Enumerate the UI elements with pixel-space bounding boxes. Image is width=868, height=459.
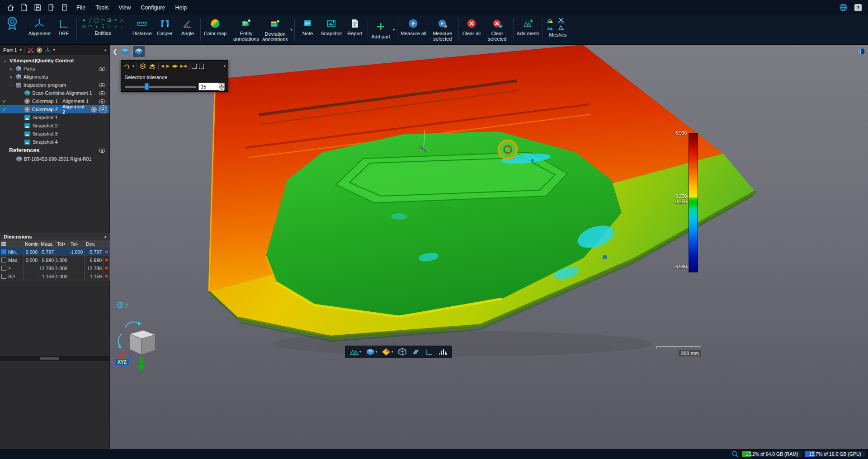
tree-item-parts[interactable]: Parts	[0, 65, 109, 73]
tree-item-snapshot-2[interactable]: Snapshot 2	[0, 122, 109, 130]
entity-sphere-icon[interactable]	[94, 23, 99, 29]
tree-item-scan-combine[interactable]: Scan Combine Alignment 1	[0, 89, 109, 97]
visibility-eye-icon[interactable]	[99, 149, 105, 153]
save-icon[interactable]	[31, 2, 44, 14]
mesh-display-button[interactable]	[349, 348, 361, 356]
toolbar-button-deviation-annotations[interactable]: Deviation annotations	[260, 16, 293, 43]
toolbar-button-add-part[interactable]: Add part	[369, 16, 396, 43]
tree-item-colormap-1[interactable]: Colormap 1 Alignment 1	[0, 97, 109, 105]
entity-line-icon[interactable]	[87, 17, 93, 23]
colormap-display-button[interactable]	[382, 348, 393, 356]
spin-down-icon[interactable]	[219, 87, 224, 91]
scrollbar-thumb[interactable]	[40, 357, 59, 360]
select-all-icon[interactable]	[192, 64, 197, 69]
bounding-box-button[interactable]	[398, 348, 407, 356]
entity-plane-icon[interactable]	[113, 23, 118, 29]
toolbar-button-color-map[interactable]: Color map	[202, 16, 229, 43]
toolbar-button-angle[interactable]: Angle	[176, 16, 199, 43]
menu-file[interactable]: File	[71, 0, 90, 15]
more-selection-options-icon[interactable]	[224, 64, 226, 68]
entity-cylinder-icon[interactable]	[81, 23, 87, 29]
tree-item-alignments[interactable]: Alignments	[0, 73, 109, 81]
tab-view-2[interactable]	[132, 46, 145, 57]
collapse-panel-icon[interactable]	[104, 48, 106, 52]
select-none-icon[interactable]	[199, 64, 204, 69]
toolbar-button-alignment[interactable]: Alignment	[27, 16, 52, 43]
horizontal-scrollbar[interactable]	[0, 356, 110, 361]
menu-configure[interactable]: Configure	[136, 0, 170, 15]
select-visible-icon[interactable]	[149, 63, 156, 69]
column-header[interactable]: Meas.	[39, 240, 56, 248]
menu-tools[interactable]: Tools	[90, 0, 113, 15]
entity-point-cloud-icon[interactable]	[100, 23, 106, 29]
column-header[interactable]: Tol-	[69, 240, 85, 248]
column-header[interactable]: Nomin	[24, 240, 39, 248]
colormap-tool-icon[interactable]	[37, 47, 42, 53]
tree-item-snapshot-1[interactable]: Snapshot 1	[0, 113, 109, 122]
clipping-plane-button[interactable]	[411, 348, 420, 356]
import-session-icon[interactable]	[44, 2, 58, 14]
toolbar-button-add-mesh[interactable]: Add mesh	[515, 16, 541, 43]
chevron-down-icon[interactable]	[392, 350, 393, 354]
expander-icon[interactable]	[9, 83, 14, 87]
new-document-icon[interactable]	[17, 2, 31, 14]
collapse-right-panel-icon[interactable]	[858, 47, 866, 57]
row-checkbox[interactable]	[1, 258, 6, 262]
toolbar-button-clear-selected[interactable]: Clear selected	[483, 16, 512, 43]
entity-cone-icon[interactable]	[119, 17, 125, 23]
entity-surface-icon[interactable]	[113, 17, 118, 23]
view-help-icon[interactable]: ?	[116, 299, 129, 311]
menu-help[interactable]: Help	[170, 0, 192, 15]
tree-item-reference-part[interactable]: BT-105452-999-2501 Right-R01	[0, 155, 109, 163]
improve-mesh-icon[interactable]	[547, 17, 553, 23]
alignment-tool-icon[interactable]	[45, 47, 51, 53]
zoom-icon[interactable]	[731, 450, 739, 458]
select-expand-icon[interactable]	[172, 64, 178, 68]
entity-ellipse-icon[interactable]	[119, 23, 125, 29]
toolbar-button-caliper[interactable]: Caliper	[154, 16, 176, 43]
delete-part-icon[interactable]	[28, 47, 34, 53]
select-through-icon[interactable]	[139, 63, 146, 69]
visibility-eye-icon[interactable]	[99, 83, 105, 87]
toolbar-button-note[interactable]: Note	[296, 16, 319, 43]
selection-mode-dropdown-icon[interactable]	[132, 64, 134, 68]
expander-icon[interactable]	[9, 67, 14, 71]
entity-circle-icon[interactable]	[94, 17, 99, 23]
tools-dropdown-icon[interactable]	[53, 48, 55, 52]
toolbar-button-distance[interactable]: Distance	[131, 16, 154, 43]
table-row[interactable]: Min. 0.000 -5.797 -1.000 -5.797	[0, 248, 110, 256]
export-session-icon[interactable]	[58, 2, 71, 14]
cut-mesh-scissors-icon[interactable]	[558, 17, 565, 23]
help-icon[interactable]	[854, 4, 862, 11]
toolbar-button-drf[interactable]: DRF	[52, 16, 75, 43]
toolbar-button-snapshot[interactable]: Snapshot	[319, 16, 343, 43]
add-part-dropdown-icon[interactable]	[392, 28, 396, 32]
toolbar-button-report[interactable]: Report	[344, 16, 366, 43]
menu-view[interactable]: View	[113, 0, 136, 15]
select-shrink-icon[interactable]	[180, 64, 187, 68]
tree-references-header[interactable]: References	[0, 146, 109, 155]
3d-viewport[interactable]: Selection tolerance 6.990 0.250 -0.250 -…	[110, 45, 868, 449]
tolerance-slider-track[interactable]	[125, 86, 196, 88]
lasso-selection-icon[interactable]	[123, 63, 130, 70]
part-selector-dropdown-icon[interactable]	[20, 48, 22, 52]
collapse-left-icon[interactable]	[113, 48, 118, 55]
entity-rectangle-icon[interactable]	[100, 17, 106, 23]
spin-up-icon[interactable]	[219, 83, 224, 87]
visibility-eye-icon[interactable]	[100, 107, 106, 111]
tree-item-inspection-program[interactable]: Inspection program	[0, 81, 109, 89]
visibility-eye-ring[interactable]	[99, 105, 107, 113]
toolbar-button-clear-all[interactable]: Clear all	[460, 16, 483, 43]
merge-mesh-icon[interactable]	[547, 24, 553, 31]
navigation-cube[interactable]: XYZ	[115, 320, 170, 375]
tree-item-colormap-2[interactable]: Colormap 2 Alignment 2	[0, 105, 109, 113]
entity-pattern-icon[interactable]	[106, 23, 112, 29]
tab-view-1[interactable]	[119, 46, 132, 57]
select-frontface-icon[interactable]	[166, 64, 170, 68]
chevron-down-icon[interactable]	[359, 350, 361, 354]
tree-item-snapshot-4[interactable]: Snapshot 4	[0, 138, 109, 146]
decimate-mesh-icon[interactable]	[558, 24, 565, 31]
entity-slot-icon[interactable]	[106, 17, 112, 23]
table-row[interactable]: Max. 0.000 6.990 1.000 6.990	[0, 256, 110, 264]
select-backface-icon[interactable]	[161, 64, 164, 68]
